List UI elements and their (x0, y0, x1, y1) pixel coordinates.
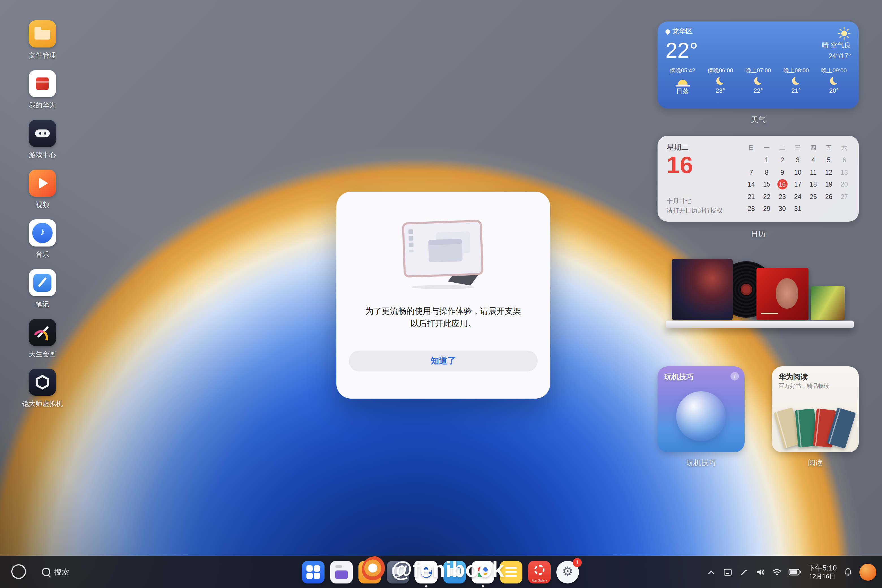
shelf (666, 321, 854, 328)
app-files[interactable]: 文件管理 (21, 20, 64, 60)
search-label: 搜索 (54, 567, 69, 577)
app-paint[interactable]: 天生会画 (21, 319, 64, 359)
app-my-huawei[interactable]: 我的华为 (21, 70, 64, 110)
app-music[interactable]: 音乐 (21, 219, 64, 260)
calendar-widget-label: 日历 (657, 229, 859, 239)
tips-title: 玩机技巧 (664, 372, 694, 382)
forecast-slot: 晚上07:00 22° (741, 67, 775, 96)
music-note-icon (29, 219, 56, 246)
app-label: 铠大师虚拟机 (22, 399, 63, 409)
info-icon (730, 372, 739, 381)
running-indicator (425, 585, 428, 587)
play-icon (29, 170, 56, 197)
gamepad-icon (29, 120, 56, 147)
app-label: 音乐 (36, 250, 49, 260)
current-temp: 22° (666, 39, 698, 63)
chevron-up-icon[interactable] (706, 567, 716, 577)
desktop-app-column: 文件管理 我的华为 游戏中心 视频 音乐 笔记 天生会画 铠大师虚拟机 (21, 20, 64, 409)
reading-widget[interactable]: 华为阅读 百万好书，精品畅读 (772, 366, 859, 452)
app-game-center[interactable]: 游戏中心 (21, 120, 64, 160)
clock[interactable]: 下午5:10 12月16日 (808, 564, 837, 580)
calendar-lunar-date: 十月廿七 (667, 197, 742, 205)
taskbar: 搜索 App Gallery ⚙ 1 (0, 556, 882, 588)
stylus-icon (29, 319, 56, 346)
dock-files-icon[interactable] (358, 561, 381, 583)
app-label: 我的华为 (29, 100, 56, 110)
volume-icon[interactable] (755, 567, 765, 577)
app-label: 视频 (36, 200, 49, 210)
tablet-kickstand-illustration (390, 214, 497, 292)
got-it-button[interactable]: 知道了 (349, 351, 538, 372)
forecast-slot: 晚上09:00 20° (817, 67, 851, 96)
dock: App Gallery ⚙ 1 (302, 561, 579, 583)
album-cover-colorful[interactable] (811, 286, 844, 320)
app-video[interactable]: 视频 (21, 170, 64, 210)
app-label: 天生会画 (29, 350, 56, 359)
dock-window-app-icon[interactable] (330, 561, 353, 583)
calendar-today: 16 (775, 178, 790, 190)
hexagon-vm-icon (29, 369, 56, 396)
kickstand-dialog: 为了更流畅的使用与操作体验，请展开支架以后打开此应用。 知道了 (336, 192, 550, 399)
app-label: 笔记 (36, 300, 49, 309)
calendar-widget[interactable]: 星期二 16 十月廿七 请打开日历进行授权 日一二三四五六 123456 789… (657, 136, 859, 222)
app-vm[interactable]: 铠大师虚拟机 (21, 369, 64, 409)
time: 下午5:10 (808, 564, 837, 573)
dock-computer-icon[interactable] (387, 561, 410, 583)
files-icon (29, 20, 56, 48)
wifi-icon[interactable] (771, 567, 782, 577)
weather-widget[interactable]: 龙华区 22° 晴 空气良 24°/17° 傍晚05:42 (657, 21, 859, 108)
forecast-slot: 傍晚05:42 日落 (666, 67, 699, 96)
app-label: 文件管理 (29, 51, 56, 60)
sunset-icon (678, 80, 687, 85)
stylus-pen-icon[interactable] (739, 567, 749, 577)
weather-widget-label: 天气 (657, 115, 859, 125)
calendar-month-grid: 日一二三四五六 123456 78910111213 1415161718192… (742, 136, 859, 222)
moon-icon (792, 77, 800, 85)
tips-widget[interactable]: 玩机技巧 (657, 366, 745, 452)
weather-location: 龙华区 (672, 27, 693, 36)
forecast-slot: 傍晚06:00 23° (704, 67, 737, 96)
sun-icon (837, 27, 851, 40)
settings-icon[interactable]: ⚙ 1 (556, 561, 579, 583)
calendar-permission-notice: 请打开日历进行授权 (667, 206, 742, 215)
dock-panel-icon[interactable] (722, 567, 732, 577)
app-notes[interactable]: 笔记 (21, 269, 64, 309)
moon-icon (830, 77, 838, 85)
glass-bubble (676, 391, 726, 441)
assistant-ring-icon[interactable] (11, 564, 26, 579)
calendar-weekday: 星期二 (667, 142, 742, 153)
dock-browser-icon[interactable] (415, 561, 438, 583)
user-avatar[interactable] (860, 563, 876, 580)
album-cover-dark[interactable] (672, 259, 733, 320)
reading-title: 华为阅读 (778, 372, 808, 382)
calendar-day-number: 16 (667, 153, 742, 177)
weather-range: 24°/17° (822, 51, 851, 62)
date: 12月16日 (808, 573, 837, 580)
notification-badge: 1 (573, 558, 582, 567)
running-indicator (482, 585, 484, 587)
moon-icon (716, 77, 724, 85)
music-shelf-widget[interactable] (666, 259, 854, 330)
dialog-message: 为了更流畅的使用与操作体验，请展开支架以后打开此应用。 (336, 305, 550, 330)
search-icon (42, 568, 50, 576)
dock-docs-icon[interactable] (500, 561, 522, 583)
reading-subtitle: 百万好书，精品畅读 (778, 382, 830, 390)
forecast-slot: 晚上08:00 21° (779, 67, 813, 96)
app-label: 游戏中心 (29, 150, 56, 160)
appgallery-icon[interactable]: App Gallery (528, 561, 550, 583)
hourly-forecast: 傍晚05:42 日落 傍晚06:00 23° 晚上07:00 22° 晚上08:… (666, 67, 851, 96)
weather-condition: 晴 空气良 (822, 40, 851, 51)
battery-icon[interactable] (788, 567, 801, 576)
taskbar-right: 下午5:10 12月16日 (706, 556, 876, 588)
moon-icon (754, 77, 762, 85)
location-pin-icon (664, 28, 671, 35)
notes-pen-icon (29, 269, 56, 296)
taskbar-search[interactable]: 搜索 (42, 556, 69, 588)
dock-gallery-icon[interactable] (471, 561, 494, 583)
bell-icon[interactable] (843, 567, 853, 577)
desktop: 文件管理 我的华为 游戏中心 视频 音乐 笔记 天生会画 铠大师虚拟机 (0, 0, 882, 588)
my-huawei-icon (29, 70, 56, 97)
app-launcher-icon[interactable] (302, 561, 324, 583)
dock-mail-icon[interactable] (443, 561, 466, 583)
album-cover-red[interactable] (756, 268, 808, 320)
